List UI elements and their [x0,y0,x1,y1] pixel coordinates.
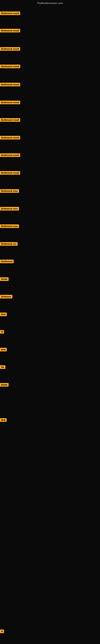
bottleneck-result-badge: Bottleneck result [0,136,20,140]
list-item[interactable]: Bottle [0,383,9,388]
list-item[interactable]: Bottleneck [0,260,14,264]
list-item[interactable]: Bottleneck result [0,136,20,140]
bottleneck-result-badge: Bottleneck result [0,171,20,175]
list-item[interactable]: Bottleneck resu [0,207,19,211]
list-item[interactable]: Bottleneck resu [0,224,19,229]
bottleneck-result-badge: Bott [0,348,7,352]
bottleneck-result-badge: Bottleneck [0,260,14,263]
bottleneck-result-badge: Bolt [0,418,7,422]
list-item[interactable]: Bottleneck result [0,100,20,105]
list-item[interactable]: Bottleneck result [0,12,20,16]
bottleneck-result-badge: Bottleneck resu [0,224,19,228]
list-item[interactable]: B [0,330,4,334]
bottleneck-result-badge: Bottlenec [0,295,12,298]
bottleneck-result-badge: Bo [0,365,5,369]
bottleneck-result-badge: Bottle [0,383,9,386]
list-item[interactable]: Bott [0,312,7,317]
list-item[interactable]: Bolt [0,418,7,422]
list-item[interactable]: B [0,630,4,634]
list-item[interactable]: Bottleneck result [0,47,20,52]
bottleneck-result-badge: Bottleneck result [0,83,20,86]
list-item[interactable]: Bo [0,365,5,370]
bottleneck-result-badge: Bottleneck result [0,47,20,51]
list-item[interactable]: Bottleneck result [0,118,20,122]
bottleneck-result-badge: Bottleneck resu [0,189,19,193]
list-item[interactable]: Bottleneck result [0,153,20,158]
list-item[interactable]: Bottlenec [0,295,12,299]
site-title: TheBottlenecker.com [37,2,63,5]
bottleneck-result-badge: Bottleneck resu [0,207,19,210]
bottleneck-result-badge: Bottleneck result [0,64,20,68]
list-item[interactable]: Bottle [0,277,9,282]
bottleneck-result-badge: Bottleneck result [0,153,20,157]
bottleneck-result-badge: Bottleneck result [0,118,20,122]
list-item[interactable]: Bottleneck res [0,242,18,246]
list-item[interactable]: Bottleneck resu [0,189,19,194]
list-item[interactable]: Bottleneck result [0,171,20,176]
bottleneck-result-badge: B [0,330,4,334]
list-item[interactable]: Bott [0,348,7,352]
bottleneck-result-badge: Bottleneck result [0,12,20,15]
bottleneck-result-badge: Bott [0,312,7,316]
bottleneck-result-badge: Bottle [0,277,9,281]
bottleneck-result-badge: B [0,630,4,633]
bottleneck-result-badge: Bottleneck res [0,242,18,246]
site-header: TheBottlenecker.com [0,0,100,6]
bottleneck-result-badge: Bottleneck result [0,29,20,32]
bottleneck-result-badge: Bottleneck result [0,100,20,104]
list-item[interactable]: Bottleneck result [0,83,20,87]
list-item[interactable]: Bottleneck result [0,29,20,33]
list-item[interactable]: Bottleneck result [0,64,20,69]
